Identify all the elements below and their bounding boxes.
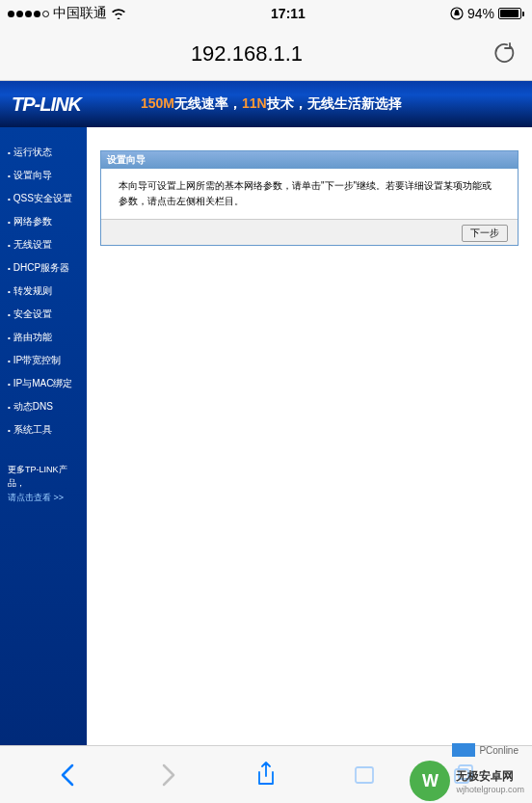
menu-wizard[interactable]: 设置向导 [0,164,87,187]
battery-icon [498,8,524,19]
forward-button[interactable] [150,758,185,792]
status-left: 中国联通 [8,5,126,22]
router-sidebar: 运行状态 设置向导 QSS安全设置 网络参数 无线设置 DHCP服务器 转发规则… [0,127,87,745]
carrier-label: 中国联通 [53,5,107,22]
router-banner: TP-LINK 150M无线速率，11N技术，无线生活新选择 [0,81,532,127]
menu-ddns[interactable]: 动态DNS [0,395,87,418]
battery-percent-label: 94% [467,6,494,21]
tplink-logo: TP-LINK [0,94,93,116]
menu-network[interactable]: 网络参数 [0,210,87,233]
menu-status[interactable]: 运行状态 [0,141,87,164]
status-right: 94% [450,6,524,21]
back-button[interactable] [51,758,86,792]
menu-wireless[interactable]: 无线设置 [0,233,87,256]
wizard-description: 本向导可设置上网所需的基本网络参数，请单击"下一步"继续。若要详细设置某项功能或… [101,169,518,219]
clock-label: 17:11 [271,6,306,21]
more-products-link[interactable]: 请点击查看 >> [8,493,64,502]
menu-bandwidth[interactable]: IP带宽控制 [0,349,87,372]
bookmarks-button[interactable] [347,758,382,792]
menu-security[interactable]: 安全设置 [0,303,87,326]
router-admin-page: TP-LINK 150M无线速率，11N技术，无线生活新选择 运行状态 设置向导… [0,81,532,745]
watermark-url: wjhotelgroup.com [456,785,524,794]
menu-system[interactable]: 系统工具 [0,418,87,442]
svg-rect-1 [356,767,373,783]
wizard-panel: 设置向导 本向导可设置上网所需的基本网络参数，请单击"下一步"继续。若要详细设置… [100,150,519,246]
ios-status-bar: 中国联通 17:11 94% [0,0,532,27]
browser-url-bar[interactable]: 192.168.1.1 [0,27,532,81]
url-text[interactable]: 192.168.1.1 [15,41,478,67]
pconline-tag: PConline [452,743,519,757]
share-button[interactable] [249,758,283,792]
orientation-lock-icon [450,7,464,20]
menu-footer: 更多TP-LINK产品， 请点击查看 >> [0,455,87,512]
menu-dhcp[interactable]: DHCP服务器 [0,256,87,280]
menu-qss[interactable]: QSS安全设置 [0,187,87,210]
menu-forwarding[interactable]: 转发规则 [0,280,87,303]
wifi-icon [111,8,126,19]
wizard-title: 设置向导 [101,151,518,169]
router-main-content: 设置向导 本向导可设置上网所需的基本网络参数，请单击"下一步"继续。若要详细设置… [87,127,532,269]
banner-slogan: 150M无线速率，11N技术，无线生活新选择 [141,95,402,113]
next-button[interactable]: 下一步 [462,225,508,242]
menu-ipmac[interactable]: IP与MAC绑定 [0,372,87,395]
menu-routing[interactable]: 路由功能 [0,326,87,349]
site-watermark: W 无极安卓网 wjhotelgroup.com [410,761,524,801]
watermark-title: 无极安卓网 [456,768,524,785]
signal-strength-icon [8,11,49,17]
wizard-footer: 下一步 [101,219,518,245]
refresh-icon[interactable] [493,42,517,66]
watermark-logo-icon: W [410,761,450,801]
